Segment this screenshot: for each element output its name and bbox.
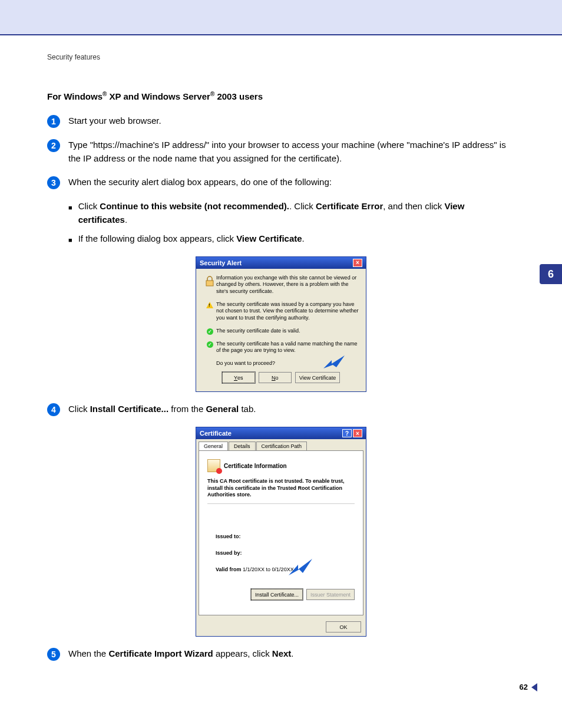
section-header: Security features <box>47 53 515 61</box>
arrow-icon <box>289 559 312 579</box>
t-bold: Certificate Error <box>316 201 383 211</box>
issuer-statement-button[interactable]: Issuer Statement <box>306 589 355 600</box>
dialog-title: Certificate <box>200 430 232 437</box>
t: Click <box>68 404 90 414</box>
label: Valid from <box>216 566 242 572</box>
check-icon: ✓ <box>203 341 216 354</box>
dialog-ok2: The security certificate has a valid nam… <box>216 341 359 354</box>
step-3-bullet-1: Click Continue to this website (not reco… <box>68 200 515 226</box>
btn-label-rest: o <box>276 375 279 381</box>
dialog-title: Security Alert <box>200 259 242 266</box>
t-bold: Install Certificate... <box>90 404 168 414</box>
no-button[interactable]: No <box>259 372 292 383</box>
t-bold: Next <box>272 648 292 658</box>
subheading-p2: XP and Windows Server <box>107 91 210 101</box>
t: If the following dialog box appears, cli… <box>78 233 236 243</box>
tabs: General Details Certification Path <box>199 442 363 450</box>
t: from the <box>168 404 206 414</box>
tab-panel-general: Certificate Information This CA Root cer… <box>199 450 363 615</box>
top-band <box>0 0 562 35</box>
t: . <box>302 233 305 243</box>
chapter-tab: 6 <box>540 264 562 284</box>
check-icon: ✓ <box>203 328 216 335</box>
view-certificate-button[interactable]: View Certificate <box>295 372 340 383</box>
step-text: Click Install Certificate... from the Ge… <box>68 403 515 416</box>
tab-general[interactable]: General <box>199 442 228 450</box>
svg-marker-1 <box>323 355 345 368</box>
subheading-p3: 2003 users <box>214 91 263 101</box>
install-certificate-button[interactable]: Install Certificate... <box>251 589 303 600</box>
warning-icon <box>203 301 216 322</box>
t-bold: Continue to this website (not recommende… <box>100 201 289 211</box>
cert-trust-msg: This CA Root certificate is not trusted.… <box>207 478 355 499</box>
t: . Click <box>289 201 316 211</box>
close-icon[interactable]: × <box>353 429 362 437</box>
step-5: 5 When the Certificate Import Wizard app… <box>47 647 515 661</box>
dialog-ok1: The security certificate date is valid. <box>216 328 359 335</box>
issued-to-field: Issued to: <box>216 533 355 539</box>
step-badge: 5 <box>47 648 60 661</box>
t-bold: View Certificate <box>236 233 302 243</box>
corner-marker-icon <box>531 683 537 691</box>
t: . <box>125 215 127 225</box>
dialog-intro: Information you exchange with this site … <box>216 275 359 295</box>
certificate-dialog: Certificate ? × General Details Certific… <box>196 427 366 637</box>
label: Issued by: <box>216 550 242 556</box>
ok-button[interactable]: OK <box>326 621 361 633</box>
step-badge: 1 <box>47 115 60 128</box>
dialog-titlebar: Security Alert × <box>196 257 366 269</box>
help-icon[interactable]: ? <box>342 429 352 437</box>
arrow-icon <box>323 355 345 373</box>
svg-rect-0 <box>206 281 213 286</box>
step-text: Type "https://machine's IP address/" int… <box>68 139 515 165</box>
subheading: For Windows® XP and Windows Server® 2003… <box>47 91 515 101</box>
lock-icon <box>203 275 216 295</box>
t-bold: Certificate Import Wizard <box>108 648 213 658</box>
label: Issued to: <box>216 533 241 539</box>
step-text: When the Certificate Import Wizard appea… <box>68 647 515 661</box>
t: appears, click <box>213 648 272 658</box>
step-text: When the security alert dialog box appea… <box>68 176 515 189</box>
step-text: Start your web browser. <box>68 114 515 128</box>
certificate-icon <box>207 459 220 472</box>
subheading-p1: For Windows <box>47 91 103 101</box>
tab-details[interactable]: Details <box>229 442 256 450</box>
yes-button[interactable]: Yes <box>222 372 255 383</box>
t: , and then click <box>383 201 444 211</box>
t: . <box>291 648 293 658</box>
step-badge: 3 <box>47 176 60 189</box>
close-icon[interactable]: × <box>353 259 362 267</box>
step-4: 4 Click Install Certificate... from the … <box>47 403 515 416</box>
security-alert-dialog: Security Alert × Information you exchang… <box>196 256 366 393</box>
page-number: 62 <box>520 683 528 691</box>
step-badge: 4 <box>47 403 60 416</box>
issued-by-field: Issued by: <box>216 550 355 556</box>
step-1: 1 Start your web browser. <box>47 114 515 128</box>
cert-info-heading: Certificate Information <box>224 463 287 469</box>
valid-from-field: Valid from 1/1/20XX to 0/1/20XX <box>216 566 355 572</box>
t: tab. <box>239 404 256 414</box>
step-3: 3 When the security alert dialog box app… <box>47 176 515 189</box>
certificate-dialog-wrap: Certificate ? × General Details Certific… <box>47 427 515 637</box>
dialog-titlebar: Certificate ? × <box>196 427 366 439</box>
step-badge: 2 <box>47 139 60 152</box>
dialog-warn: The security certificate was issued by a… <box>216 301 359 322</box>
divider <box>207 503 355 504</box>
t: When the <box>68 648 108 658</box>
step-2: 2 Type "https://machine's IP address/" i… <box>47 139 515 165</box>
security-alert-dialog-wrap: Security Alert × Information you exchang… <box>47 256 515 393</box>
valid-from-value: 1/1/20XX <box>243 566 265 572</box>
svg-marker-2 <box>289 559 312 575</box>
t-bold: General <box>206 404 239 414</box>
step-3-bullet-2: If the following dialog box appears, cli… <box>68 232 515 246</box>
t: Click <box>78 201 100 211</box>
t: to <box>266 566 271 572</box>
btn-label-rest: es <box>237 375 243 381</box>
page-content: Security features For Windows® XP and Wi… <box>0 35 562 661</box>
tab-certification-path[interactable]: Certification Path <box>256 442 308 450</box>
